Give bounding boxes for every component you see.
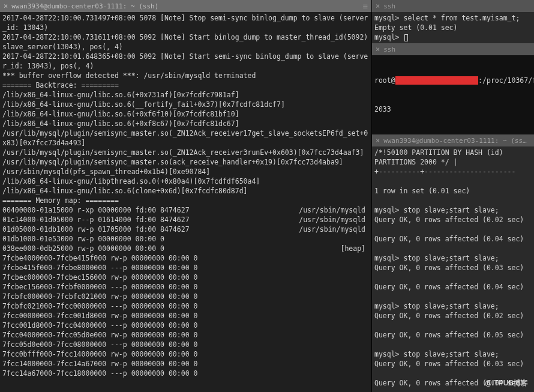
- memory-map-row: 7fcc05d0e000-7fcc08000000 ---p 00000000 …: [2, 340, 369, 349]
- menu-icon[interactable]: ≡: [363, 1, 368, 11]
- memory-map-row: 7fcc00000000-7fcc001d8000 rw-p 00000000 …: [2, 311, 369, 321]
- close-icon[interactable]: ×: [376, 45, 380, 53]
- memory-map-row: 7fcbfc021000-7fcc00000000 ---p 00000000 …: [2, 301, 369, 311]
- memory-map-row: 01db1000-01e53000 rw-p 00000000 00:00 0: [2, 234, 369, 244]
- terminal-line: +----------+----------------------: [374, 167, 532, 176]
- terminal-line: [374, 388, 532, 392]
- terminal-line: /usr/lib/mysql/plugin/semisync_master.so…: [2, 128, 369, 148]
- close-icon[interactable]: ×: [4, 2, 8, 10]
- terminal-line: [374, 244, 532, 253]
- terminal-line: 2033: [374, 104, 532, 114]
- terminal-line: /lib/x86_64-linux-gnu/libpthread.so.0(+0…: [2, 176, 369, 186]
- right-terminal-2[interactable]: root@xxxxxxxxxxxxxxxxxxxx:/proc/10367/fd…: [372, 55, 534, 134]
- terminal-line: 1 row in set (0.01 sec): [374, 186, 532, 196]
- right-terminal-1[interactable]: mysql> select * from test.myisam_t;Empty…: [372, 12, 534, 43]
- left-tab[interactable]: × wwan3934@dumbo-center03-1111: ~ (ssh) …: [0, 0, 371, 12]
- memory-map-row: 7fcbe4000000-7fcbe415f000 rw-p 00000000 …: [2, 253, 369, 263]
- tab-title: ssh: [383, 2, 530, 10]
- terminal-line: ======= Backtrace: =========: [2, 80, 369, 90]
- tab-title: ssh: [383, 46, 530, 53]
- terminal-line: [374, 369, 532, 378]
- memory-map-row: 7fcbe415f000-7fcbe8000000 ---p 00000000 …: [2, 263, 369, 273]
- terminal-line: mysql> stop slave;start slave;: [374, 349, 532, 359]
- right-block-2: × ssh root@xxxxxxxxxxxxxxxxxxxx:/proc/10…: [372, 43, 534, 134]
- terminal-line: mysql> stop slave;start slave;: [374, 253, 532, 263]
- terminal-line: /lib/x86_64-linux-gnu/libc.so.6(__fortif…: [2, 100, 369, 109]
- terminal-line: PARTITIONS 2000 */ |: [374, 157, 532, 167]
- terminal-line: [374, 292, 532, 301]
- memory-map-row: 038ee000-0db25000 rw-p 00000000 00:00 0[…: [2, 244, 369, 253]
- terminal-line: [374, 225, 532, 234]
- right-block-1: × ssh mysql> select * from test.myisam_t…: [372, 0, 534, 43]
- memory-map-row: 7fcc04000000-7fcc05d0e000 rw-p 00000000 …: [2, 330, 369, 340]
- close-icon[interactable]: ×: [376, 2, 380, 10]
- terminal-line: Query OK, 0 rows affected (0.03 sec): [374, 359, 532, 369]
- terminal-line: /usr/sbin/mysqld(pfs_spawn_thread+0x1b4)…: [2, 167, 369, 176]
- right-tab-1[interactable]: × ssh: [372, 0, 534, 12]
- left-pane: × wwan3934@dumbo-center03-1111: ~ (ssh) …: [0, 0, 372, 392]
- terminal-line: 2017-04-28T22:10:00.731497+08:00 5078 [N…: [2, 13, 369, 32]
- terminal-line: ======= Memory map: ========: [2, 196, 369, 205]
- memory-map-row: 7fcbec156000-7fcbf0000000 ---p 00000000 …: [2, 282, 369, 292]
- memory-map-row: 7fcc001d8000-7fcc04000000 ---p 00000000 …: [2, 321, 369, 330]
- memory-map-row: 7fcc14000000-7fcc14a67000 rw-p 00000000 …: [2, 359, 369, 369]
- terminal-line: /usr/lib/mysql/plugin/semisync_master.so…: [2, 148, 369, 157]
- terminal-line: Query OK, 0 rows affected (0.05 sec): [374, 330, 532, 340]
- terminal-line: [374, 196, 532, 205]
- terminal-line: /lib/x86_64-linux-gnu/libc.so.6(clone+0x…: [2, 186, 369, 196]
- terminal-line: 2017-04-28T22:10:00.731611+08:00 5092 [N…: [2, 32, 369, 52]
- terminal-line: mysql>: [374, 32, 532, 42]
- terminal-line: mysql> stop slave;start slave;: [374, 205, 532, 215]
- tab-title: wwan3934@dumbo-center03-1111: ~ (ssh): [383, 137, 530, 145]
- terminal-line: [374, 321, 532, 330]
- left-terminal[interactable]: 2017-04-28T22:10:00.731497+08:00 5078 [N…: [0, 12, 371, 392]
- terminal-line: 2017-04-28T22:10:01.648365+08:00 5092 [N…: [2, 52, 369, 71]
- right-terminal-3[interactable]: /*!50100 PARTITION BY HASH (id)PARTITION…: [372, 146, 534, 392]
- cursor: [404, 34, 408, 41]
- redacted-text: xxxxxxxxxxxxxxxxxxxx: [395, 76, 478, 85]
- terminal-line: [374, 176, 532, 186]
- terminal-line: mysql> stop slave;start slave;: [374, 301, 532, 311]
- terminal-line: /*!50100 PARTITION BY HASH (id): [374, 148, 532, 157]
- memory-map-row: 01c14000-01d05000 r--p 01614000 fd:00 84…: [2, 215, 369, 225]
- terminal-line: *** buffer overflow detected ***: /usr/s…: [2, 71, 369, 80]
- watermark: @ITPUB博客: [485, 378, 528, 388]
- terminal-line: Query OK, 0 rows affected (0.04 sec): [374, 282, 532, 292]
- memory-map-row: 00400000-01a15000 r-xp 00000000 fd:00 84…: [2, 205, 369, 215]
- terminal-line: /lib/x86_64-linux-gnu/libc.so.6(+0xf8c67…: [2, 119, 369, 128]
- terminal-line: /lib/x86_64-linux-gnu/libc.so.6(+0xf6f10…: [2, 109, 369, 119]
- memory-map-row: 7fcbfc000000-7fcbfc021000 rw-p 00000000 …: [2, 292, 369, 301]
- memory-map-row: 7fcbec000000-7fcbec156000 rw-p 00000000 …: [2, 273, 369, 282]
- right-tab-2[interactable]: × ssh: [372, 43, 534, 55]
- terminal-line: mysql> select * from test.myisam_t;: [374, 13, 532, 23]
- terminal-line: [374, 340, 532, 349]
- terminal-line: root@xxxxxxxxxxxxxxxxxxxx:/proc/10367/fd: [374, 76, 532, 85]
- close-icon[interactable]: ×: [376, 136, 380, 145]
- right-block-3: × wwan3934@dumbo-center03-1111: ~ (ssh) …: [372, 134, 534, 392]
- terminal-line: Empty set (0.01 sec): [374, 23, 532, 32]
- memory-map-row: 7fcc0bfff000-7fcc14000000 rw-p 00000000 …: [2, 349, 369, 359]
- tab-title: wwan3934@dumbo-center03-1111: ~ (ssh): [11, 2, 362, 10]
- right-pane: × ssh mysql> select * from test.myisam_t…: [372, 0, 534, 392]
- terminal-line: /lib/x86_64-linux-gnu/libc.so.6(+0x731af…: [2, 90, 369, 100]
- right-tab-3[interactable]: × wwan3934@dumbo-center03-1111: ~ (ssh): [372, 134, 534, 146]
- terminal-line: Query OK, 0 rows affected (0.02 sec): [374, 311, 532, 321]
- terminal-line: Query OK, 0 rows affected (0.03 sec): [374, 263, 532, 273]
- terminal-line: /usr/lib/mysql/plugin/semisync_master.so…: [2, 157, 369, 167]
- memory-map-row: 7fcc14a67000-7fcc18000000 ---p 00000000 …: [2, 369, 369, 378]
- terminal-line: [374, 273, 532, 282]
- terminal-line: Query OK, 0 rows affected (0.02 sec): [374, 215, 532, 225]
- memory-map-row: 01d05000-01db1000 rw-p 01705000 fd:00 84…: [2, 225, 369, 234]
- terminal-line: Query OK, 0 rows affected (0.04 sec): [374, 234, 532, 244]
